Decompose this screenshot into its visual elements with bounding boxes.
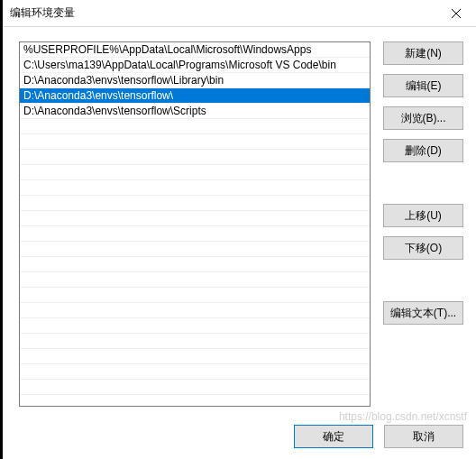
- list-item[interactable]: [20, 257, 370, 272]
- edittext-button[interactable]: 编辑文本(T)...: [383, 301, 463, 325]
- list-item[interactable]: D:\Anaconda3\envs\tensorflow\: [20, 88, 370, 104]
- list-item[interactable]: [20, 303, 370, 318]
- list-item[interactable]: [20, 165, 370, 180]
- list-item[interactable]: [20, 180, 370, 196]
- path-list[interactable]: %USERPROFILE%\AppData\Local\Microsoft\Wi…: [19, 41, 371, 407]
- cancel-button[interactable]: 取消: [384, 425, 463, 448]
- ok-button[interactable]: 确定: [294, 425, 373, 448]
- list-item[interactable]: [20, 272, 370, 288]
- list-item[interactable]: [20, 119, 370, 134]
- close-button[interactable]: [435, 0, 476, 27]
- list-item[interactable]: [20, 288, 370, 303]
- delete-button[interactable]: 删除(D): [383, 139, 463, 162]
- list-item[interactable]: [20, 150, 370, 165]
- list-item[interactable]: [20, 349, 370, 364]
- close-icon: [452, 9, 461, 18]
- edit-button[interactable]: 编辑(E): [383, 74, 463, 97]
- list-item[interactable]: [20, 318, 370, 334]
- new-button[interactable]: 新建(N): [383, 41, 463, 65]
- list-item[interactable]: %USERPROFILE%\AppData\Local\Microsoft\Wi…: [20, 42, 370, 58]
- dialog-content: %USERPROFILE%\AppData\Local\Microsoft\Wi…: [3, 27, 476, 416]
- list-item[interactable]: [20, 395, 370, 407]
- moveup-button[interactable]: 上移(U): [383, 204, 463, 227]
- list-item[interactable]: C:\Users\ma139\AppData\Local\Programs\Mi…: [20, 58, 370, 73]
- movedown-button[interactable]: 下移(O): [383, 236, 463, 260]
- list-item[interactable]: [20, 134, 370, 150]
- titlebar: 编辑环境变量: [3, 0, 476, 27]
- browse-button[interactable]: 浏览(B)...: [383, 106, 463, 130]
- list-item[interactable]: [20, 334, 370, 349]
- list-item[interactable]: [20, 380, 370, 395]
- list-item[interactable]: [20, 196, 370, 211]
- side-buttons: 新建(N) 编辑(E) 浏览(B)... 删除(D) 上移(U) 下移(O) 编…: [383, 41, 463, 407]
- list-item[interactable]: D:\Anaconda3\envs\tensorflow\Scripts: [20, 104, 370, 119]
- window-title: 编辑环境变量: [10, 5, 75, 21]
- list-item[interactable]: [20, 242, 370, 257]
- list-item[interactable]: [20, 364, 370, 380]
- list-item[interactable]: [20, 211, 370, 226]
- list-item[interactable]: D:\Anaconda3\envs\tensorflow\Library\bin: [20, 73, 370, 88]
- dialog-footer: 确定 取消: [3, 416, 476, 459]
- list-item[interactable]: [20, 226, 370, 242]
